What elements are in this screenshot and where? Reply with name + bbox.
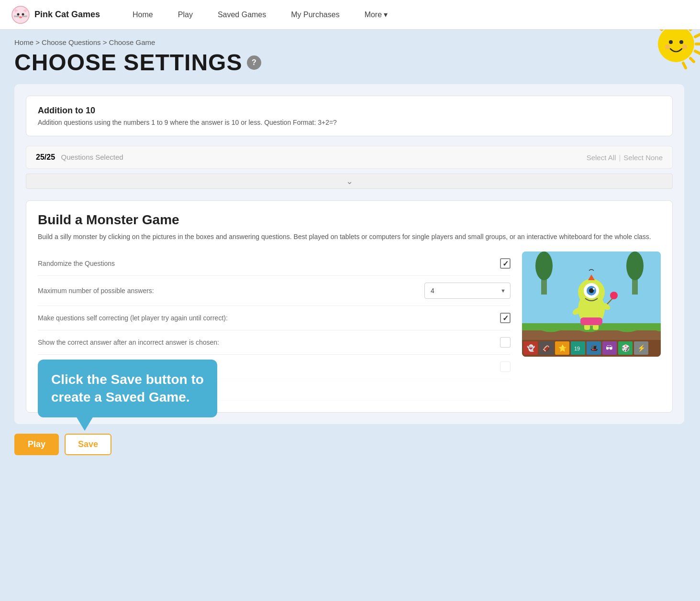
nav-saved-games[interactable]: Saved Games: [218, 11, 266, 19]
select-links: Select All | Select None: [587, 153, 663, 162]
settings-right: 👻 🏈 ⭐ 19 🎩 🕶 🎲 ⚡: [522, 251, 661, 401]
svg-text:🎲: 🎲: [622, 344, 630, 352]
setting-control-show-partial: [500, 361, 511, 372]
svg-line-13: [690, 58, 694, 62]
nav-my-purchases[interactable]: My Purchases: [291, 11, 339, 19]
nav-links: Home Play Saved Games My Purchases More …: [133, 10, 388, 19]
svg-point-27: [535, 251, 553, 280]
chevron-down-icon: ⌄: [346, 176, 353, 186]
svg-point-22: [679, 40, 683, 44]
svg-text:19: 19: [574, 346, 580, 351]
tooltip-line1: Click the Save button to: [51, 371, 204, 388]
setting-row-show-answer: Show the correct answer after an incorre…: [38, 330, 511, 355]
main-card: Addition to 10 Addition questions using …: [14, 84, 684, 424]
navbar: Pink Cat Games Home Play Saved Games My …: [0, 0, 700, 30]
settings-form: Randomize the Questions Maximum number o…: [38, 251, 661, 401]
svg-point-21: [669, 40, 673, 44]
chevron-down-icon: ▾: [384, 10, 388, 19]
setting-control-self-correcting: [500, 313, 511, 323]
breadcrumb: Home > Choose Questions > Choose Game: [14, 38, 686, 46]
max-answers-select[interactable]: 2 3 4 5 6: [424, 283, 511, 299]
svg-text:👻: 👻: [527, 344, 535, 352]
setting-label-self-correcting: Make questions self correcting (let play…: [38, 314, 490, 322]
svg-point-24: [682, 44, 687, 49]
sun-decoration: [623, 30, 700, 97]
setting-row-randomize: Randomize the Questions: [38, 251, 511, 276]
play-button[interactable]: Play: [14, 434, 59, 455]
setting-label-show-answer: Show the correct answer after an incorre…: [38, 339, 490, 346]
setting-label-randomize: Randomize the Questions: [38, 260, 490, 267]
cat-logo-icon: [11, 6, 30, 24]
bottom-bar: Play Save: [0, 424, 700, 465]
brand-name: Pink Cat Games: [34, 10, 100, 20]
questions-label: Questions Selected: [61, 153, 123, 161]
setting-row-self-correcting: Make questions self correcting (let play…: [38, 306, 511, 330]
svg-line-17: [695, 34, 700, 37]
self-correcting-checkbox[interactable]: [500, 313, 511, 323]
game-title: Build a Monster Game: [38, 212, 661, 228]
nav-play[interactable]: Play: [178, 11, 193, 19]
svg-point-5: [19, 16, 22, 18]
setting-control-max-answers: 2 3 4 5 6: [424, 283, 511, 299]
svg-point-42: [610, 292, 618, 299]
setting-control-randomize: [500, 258, 511, 269]
svg-point-23: [665, 44, 670, 49]
svg-point-37: [593, 288, 595, 290]
setting-control-show-answer: [500, 337, 511, 348]
question-set-title: Addition to 10: [38, 106, 661, 116]
question-panel: Addition to 10 Addition questions using …: [26, 96, 673, 136]
select-all-link[interactable]: Select All: [587, 153, 616, 162]
page-title: CHOOSE SETTINGS ?: [14, 49, 686, 76]
svg-point-20: [658, 30, 694, 62]
svg-text:🎩: 🎩: [590, 344, 599, 352]
svg-point-4: [22, 13, 24, 15]
game-preview-image: 👻 🏈 ⭐ 19 🎩 🕶 🎲 ⚡: [522, 251, 661, 357]
randomize-checkbox[interactable]: [500, 258, 511, 269]
svg-line-18: [695, 51, 700, 54]
settings-left: Randomize the Questions Maximum number o…: [38, 251, 511, 401]
save-button[interactable]: Save: [65, 434, 111, 455]
questions-row: 25/25 Questions Selected Select All | Se…: [26, 146, 673, 169]
collapse-button[interactable]: ⌄: [26, 174, 673, 189]
sun-icon: [623, 30, 700, 97]
svg-text:⭐: ⭐: [558, 344, 567, 352]
svg-text:🏈: 🏈: [543, 345, 550, 352]
brand: Pink Cat Games: [11, 6, 100, 24]
tooltip-area: Sho... Lab... Click the Save button to: [38, 355, 511, 401]
setting-row-max-answers: Maximum number of possible answers: 2 3 …: [38, 276, 511, 306]
questions-count: 25/25: [36, 153, 55, 161]
svg-point-3: [17, 13, 20, 15]
game-section: Build a Monster Game Build a silly monst…: [26, 200, 673, 413]
svg-text:🕶: 🕶: [606, 344, 612, 352]
tooltip-callout: Click the Save button to create a Saved …: [38, 360, 217, 417]
nav-home[interactable]: Home: [133, 11, 153, 19]
setting-label-max-answers: Maximum number of possible answers:: [38, 287, 415, 295]
select-divider: |: [619, 153, 621, 162]
show-partial-checkbox[interactable]: [500, 361, 511, 372]
game-description: Build a silly monster by clicking on the…: [38, 231, 661, 242]
show-answer-checkbox[interactable]: [500, 337, 511, 348]
page-content: Home > Choose Questions > Choose Game CH…: [0, 30, 700, 424]
svg-line-19: [683, 63, 686, 68]
select-none-link[interactable]: Select None: [623, 153, 663, 162]
svg-point-29: [626, 251, 644, 280]
question-set-description: Addition questions using the numbers 1 t…: [38, 119, 661, 126]
game-preview: 👻 🏈 ⭐ 19 🎩 🕶 🎲 ⚡: [522, 251, 661, 357]
tooltip-line2: create a Saved Game.: [51, 389, 204, 406]
help-icon[interactable]: ?: [247, 55, 261, 70]
svg-text:⚡: ⚡: [637, 344, 646, 352]
svg-rect-45: [580, 317, 602, 325]
nav-more[interactable]: More ▾: [365, 10, 388, 19]
questions-count-area: 25/25 Questions Selected: [36, 153, 123, 162]
